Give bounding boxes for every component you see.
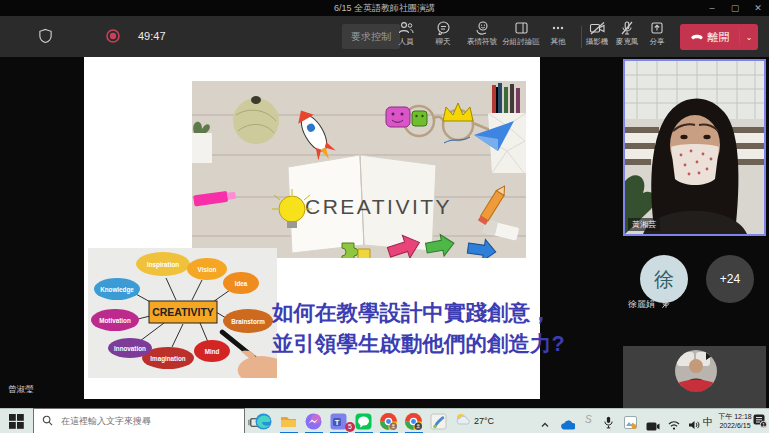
hangup-phone-icon [690,31,704,43]
more-button[interactable]: 其他 [540,21,576,55]
tray-app-icon[interactable]: S [585,414,592,425]
recording-indicator-icon [106,29,120,47]
share-button[interactable]: 分享 [639,21,675,55]
leave-label: 離開 [708,30,730,45]
edge-icon[interactable] [255,413,272,430]
participant-avatar[interactable]: 徐 [640,255,688,303]
speaker-video-frame [625,61,764,234]
network-icon[interactable] [668,416,680,433]
chat-button[interactable]: 聊天 [425,21,461,55]
question-line-1: 如何在教學設計中實踐創意， [272,298,540,329]
speaker-video-tile[interactable]: 黃湘芸 [623,59,766,236]
teams-meeting-window: 6/15 全英語教師社團演講 – ▢ ✕ 49:47 要求控制 人員 聊天 表情… [0,0,769,433]
more-label: 其他 [540,37,576,47]
maximize-button[interactable]: ▢ [724,0,746,16]
chat-icon [425,21,461,35]
participant-name-label: 徐麗娟 [628,298,655,311]
tray-clock[interactable]: 下午 12:18 2022/6/15 [716,412,754,430]
breakout-rooms-icon [498,21,544,35]
svg-text:Innovation: Innovation [114,345,146,352]
react-emoji-hand-icon [461,21,503,35]
svg-text:Knowledge: Knowledge [100,286,134,294]
search-icon [42,412,53,430]
participant-mic-off-icon [661,298,671,311]
creativity-mindmap-image: Inspiration Vision Idea Brainstorm Mind … [88,248,277,378]
chat-label: 聊天 [425,37,461,47]
clock-date: 2022/6/15 [716,421,754,430]
camera-off-video-tile[interactable] [623,346,766,408]
leave-button[interactable]: 離開 ⌄ [680,24,758,50]
breakout-rooms-label: 分組討論區 [498,37,544,47]
clock-time: 下午 12:18 [716,412,754,421]
leave-options-chevron-icon[interactable]: ⌄ [740,33,758,42]
notification-center-button[interactable]: 1 [753,414,767,432]
notification-badge: 1 [762,422,765,428]
window-title: 6/15 全英語教師社團演講 [0,0,769,16]
search-input[interactable] [59,415,219,427]
svg-text:Imagination: Imagination [150,355,185,363]
share-screen-icon [639,21,675,35]
breakout-rooms-button[interactable]: 分組討論區 [498,21,544,55]
svg-text:Motivation: Motivation [99,317,131,324]
shared-slide: CREATIVITY [84,57,540,399]
tray-mic-icon[interactable] [604,415,613,433]
windows-taskbar: T 5 27°C S 中 [0,408,769,433]
messenger-icon[interactable] [305,413,322,430]
weather-widget[interactable]: 27°C [455,412,494,430]
ellipsis-icon [540,21,576,35]
svg-text:Mind: Mind [205,348,220,355]
people-label: 人員 [388,37,424,47]
paint-app-icon[interactable] [430,413,447,430]
photo-word: CREATIVITY [305,195,452,218]
file-explorer-icon[interactable] [280,413,297,430]
onedrive-icon[interactable] [560,416,575,433]
avatar-initial: 徐 [654,266,674,293]
minimize-button[interactable]: – [701,0,723,16]
line-icon[interactable] [355,413,372,430]
ime-indicator[interactable]: 中 [703,415,713,429]
svg-text:Brainstorm: Brainstorm [231,318,265,325]
presenter-name-label: 曾淑瑩 [8,384,34,396]
people-button[interactable]: 人員 [388,21,424,55]
react-label: 表情符號 [461,37,503,47]
creativity-photo: CREATIVITY [192,81,526,258]
tray-chevron-icon[interactable] [540,416,550,433]
close-button[interactable]: ✕ [747,0,769,16]
chrome-profile2-icon[interactable] [405,413,422,430]
svg-text:Inspiration: Inspiration [147,261,179,269]
meeting-timer: 49:47 [138,30,166,42]
taskbar-search[interactable] [33,408,245,433]
title-bar: 6/15 全英語教師社團演講 – ▢ ✕ [0,0,769,16]
share-label: 分享 [639,37,675,47]
weather-temp: 27°C [474,416,494,426]
overflow-participants-avatar[interactable]: +24 [706,255,754,303]
participant-name-row: 徐麗娟 [628,298,748,311]
meeting-toolbar: 49:47 要求控制 人員 聊天 表情符號 分組討論區 其他 攝影機 [0,16,769,57]
question-line-2: 並引領學生啟動他們的創造力? [272,329,540,360]
chrome-profile1-icon[interactable] [380,413,397,430]
speaker-icon[interactable] [688,416,700,433]
svg-text:T: T [335,418,340,427]
teams-notification-badge: 5 [345,422,355,432]
svg-text:Vision: Vision [198,266,217,273]
mindmap-center-label: CREATIVITY [152,306,214,318]
meeting-stage: CREATIVITY [0,57,769,408]
slide-question-text: 如何在教學設計中實踐創意， 並引領學生啟動他們的創造力? [272,298,540,360]
participant-profile-photo [675,350,717,392]
svg-text:Idea: Idea [235,280,248,287]
start-button[interactable] [9,414,24,433]
tray-camera-icon[interactable] [646,417,660,433]
overflow-count: +24 [720,272,740,286]
people-icon [388,21,424,35]
speaker-name-label: 黃湘芸 [628,218,660,231]
tray-photos-icon[interactable] [624,415,637,433]
shield-icon [38,28,53,48]
weather-sun-cloud-icon [455,412,471,430]
react-button[interactable]: 表情符號 [461,21,503,55]
